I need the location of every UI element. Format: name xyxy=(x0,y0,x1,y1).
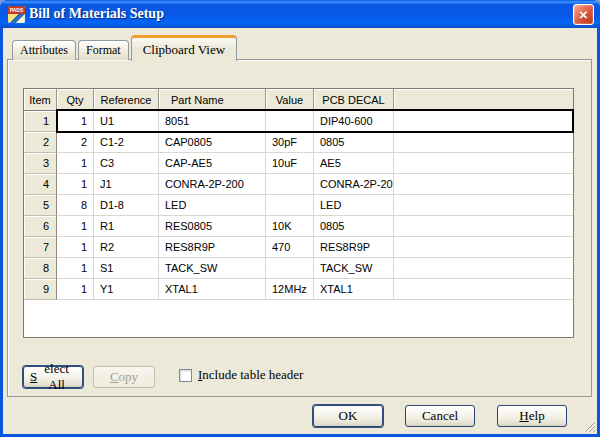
include-table-header-label: Include table header xyxy=(198,367,303,383)
tab-format[interactable]: Format xyxy=(78,40,129,60)
tab-attributes[interactable]: Attributes xyxy=(12,40,76,60)
cell-qty[interactable]: 1 xyxy=(57,258,94,279)
cell-part-name[interactable]: RES8R9P xyxy=(159,237,266,258)
titlebar[interactable]: PADS Bill of Materials Setup × xyxy=(0,0,600,28)
row-header-cell[interactable]: 7 xyxy=(24,237,57,258)
resize-grip-icon[interactable] xyxy=(582,419,596,433)
cell-pcb-decal[interactable]: TACK_SW xyxy=(314,258,394,279)
cell-reference[interactable]: D1-8 xyxy=(94,195,159,216)
select-all-label-mnemonic: S xyxy=(30,369,37,385)
row-header-cell[interactable]: 2 xyxy=(24,132,57,153)
cell-filler xyxy=(394,279,573,300)
copy-button[interactable]: Copy xyxy=(93,366,155,388)
row-header-cell[interactable]: 8 xyxy=(24,258,57,279)
include-table-header-checkbox[interactable] xyxy=(179,369,192,382)
cell-filler xyxy=(394,174,573,195)
cell-part-name[interactable]: TACK_SW xyxy=(159,258,266,279)
clipboard-view-panel: Item Qty Reference Part Name Value PCB D… xyxy=(7,59,592,397)
cell-pcb-decal[interactable]: DIP40-600 xyxy=(314,111,394,132)
cell-filler xyxy=(394,216,573,237)
cell-qty[interactable]: 1 xyxy=(57,237,94,258)
cell-value[interactable] xyxy=(266,258,314,279)
ok-button[interactable]: OK xyxy=(313,405,383,427)
cell-pcb-decal[interactable]: XTAL1 xyxy=(314,279,394,300)
cell-part-name[interactable]: CAP0805 xyxy=(159,132,266,153)
row-header-cell[interactable]: 1 xyxy=(24,111,57,132)
row-header-cell[interactable]: 4 xyxy=(24,174,57,195)
tab-clipboard-view[interactable]: Clipboard View xyxy=(131,35,237,61)
cell-pcb-decal[interactable]: LED xyxy=(314,195,394,216)
cell-value[interactable]: 10K xyxy=(266,216,314,237)
bom-table: Item Qty Reference Part Name Value PCB D… xyxy=(23,88,574,338)
row-header-cell[interactable]: 9 xyxy=(24,279,57,300)
cell-value[interactable] xyxy=(266,195,314,216)
column-header-item: Item xyxy=(24,89,57,111)
cell-value[interactable] xyxy=(266,111,314,132)
column-header-pcb-decal: PCB DECAL xyxy=(314,89,394,111)
cancel-button[interactable]: Cancel xyxy=(405,405,475,427)
cell-filler xyxy=(394,237,573,258)
cell-value[interactable]: 12MHz xyxy=(266,279,314,300)
cell-part-name[interactable]: 8051 xyxy=(159,111,266,132)
cell-qty[interactable]: 1 xyxy=(57,174,94,195)
tab-strip: Attributes Format Clipboard View xyxy=(12,35,239,60)
include-header-label-text: nclude table header xyxy=(202,367,303,382)
bom-setup-dialog: PADS Bill of Materials Setup × Attribute… xyxy=(0,0,600,437)
cell-filler xyxy=(394,153,573,174)
column-header-value: Value xyxy=(266,89,314,111)
cell-part-name[interactable]: RES0805 xyxy=(159,216,266,237)
close-icon: × xyxy=(579,7,588,22)
close-button[interactable]: × xyxy=(573,4,594,25)
cell-part-name[interactable]: CAP-AE5 xyxy=(159,153,266,174)
row-header-cell[interactable]: 6 xyxy=(24,216,57,237)
cell-pcb-decal[interactable]: CONRA-2P-200 xyxy=(314,174,394,195)
help-label-mnemonic: H xyxy=(519,408,528,424)
cell-pcb-decal[interactable]: 0805 xyxy=(314,216,394,237)
window-title: Bill of Materials Setup xyxy=(29,6,164,22)
cell-qty[interactable]: 1 xyxy=(57,153,94,174)
cell-reference[interactable]: C3 xyxy=(94,153,159,174)
copy-label: opy xyxy=(119,369,139,385)
select-all-button[interactable]: Select All xyxy=(23,366,83,388)
cell-qty[interactable]: 1 xyxy=(57,111,94,132)
dialog-body: Attributes Format Clipboard View Item Qt… xyxy=(3,28,597,434)
column-header-reference: Reference xyxy=(94,89,159,111)
cell-filler xyxy=(394,111,573,132)
cell-part-name[interactable]: XTAL1 xyxy=(159,279,266,300)
cell-reference[interactable]: J1 xyxy=(94,174,159,195)
cell-qty[interactable]: 2 xyxy=(57,132,94,153)
pads-logo-text: PADS xyxy=(8,6,25,14)
cell-filler xyxy=(394,195,573,216)
row-header-cell[interactable]: 3 xyxy=(24,153,57,174)
cell-qty[interactable]: 1 xyxy=(57,216,94,237)
cell-part-name[interactable]: LED xyxy=(159,195,266,216)
cell-reference[interactable]: Y1 xyxy=(94,279,159,300)
cell-value[interactable]: 10uF xyxy=(266,153,314,174)
cell-value[interactable]: 30pF xyxy=(266,132,314,153)
cell-pcb-decal[interactable]: 0805 xyxy=(314,132,394,153)
cell-pcb-decal[interactable]: RES8R9P xyxy=(314,237,394,258)
table-empty-area xyxy=(24,300,573,337)
include-table-header-option[interactable]: Include table header xyxy=(179,367,303,383)
column-header-part-name: Part Name xyxy=(159,89,266,111)
cell-reference[interactable]: S1 xyxy=(94,258,159,279)
cell-value[interactable] xyxy=(266,174,314,195)
pads-logo-pencil xyxy=(8,14,25,23)
column-header-qty: Qty xyxy=(57,89,94,111)
pads-logo-icon: PADS xyxy=(8,6,25,23)
cell-reference[interactable]: R1 xyxy=(94,216,159,237)
copy-label-mnemonic: C xyxy=(110,369,119,385)
cell-pcb-decal[interactable]: AE5 xyxy=(314,153,394,174)
cell-filler xyxy=(394,132,573,153)
cell-reference[interactable]: R2 xyxy=(94,237,159,258)
cell-part-name[interactable]: CONRA-2P-200 xyxy=(159,174,266,195)
row-header-cell[interactable]: 5 xyxy=(24,195,57,216)
column-header-filler xyxy=(394,89,573,111)
cell-qty[interactable]: 8 xyxy=(57,195,94,216)
cell-reference[interactable]: C1-2 xyxy=(94,132,159,153)
cell-value[interactable]: 470 xyxy=(266,237,314,258)
cell-qty[interactable]: 1 xyxy=(57,279,94,300)
cell-reference[interactable]: U1 xyxy=(94,111,159,132)
help-button[interactable]: Help xyxy=(497,405,567,427)
select-all-label: elect All xyxy=(37,361,76,393)
